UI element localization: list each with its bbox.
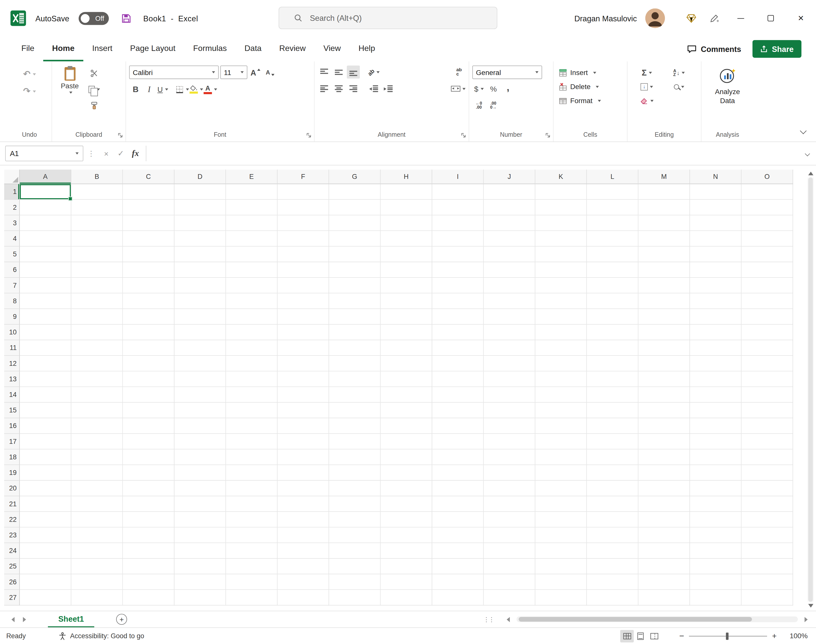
column-header-L[interactable]: L <box>587 170 638 184</box>
cell-J3[interactable] <box>484 215 535 231</box>
cell-N2[interactable] <box>690 200 741 215</box>
cell-H9[interactable] <box>381 309 432 325</box>
cell-J20[interactable] <box>484 481 535 496</box>
select-all-corner[interactable] <box>4 170 20 184</box>
cell-F3[interactable] <box>278 215 329 231</box>
cell-N7[interactable] <box>690 278 741 293</box>
cell-H8[interactable] <box>381 293 432 309</box>
cell-K15[interactable] <box>535 403 587 418</box>
cell-K2[interactable] <box>535 200 587 215</box>
cell-B15[interactable] <box>71 403 123 418</box>
cell-F19[interactable] <box>278 465 329 481</box>
cell-J4[interactable] <box>484 231 535 247</box>
cell-A20[interactable] <box>20 481 71 496</box>
cancel-button[interactable]: × <box>99 146 114 161</box>
minimize-button[interactable] <box>725 0 756 36</box>
cell-A26[interactable] <box>20 574 71 590</box>
middle-align-button[interactable] <box>332 66 345 78</box>
cell-N19[interactable] <box>690 465 741 481</box>
italic-button[interactable]: I <box>143 83 156 96</box>
sheet-tab-sheet1[interactable]: Sheet1 <box>48 611 94 627</box>
fill-color-button[interactable] <box>189 83 203 96</box>
cell-B12[interactable] <box>71 356 123 371</box>
cell-K27[interactable] <box>535 590 587 606</box>
tab-help[interactable]: Help <box>350 36 384 61</box>
column-header-G[interactable]: G <box>329 170 381 184</box>
cell-G23[interactable] <box>329 527 381 543</box>
cell-I14[interactable] <box>432 387 484 403</box>
cell-F5[interactable] <box>278 247 329 262</box>
cell-N20[interactable] <box>690 481 741 496</box>
cell-I1[interactable] <box>432 184 484 200</box>
cell-K13[interactable] <box>535 371 587 387</box>
share-button[interactable]: Share <box>753 40 801 58</box>
row-header-22[interactable]: 22 <box>4 512 20 527</box>
cell-D1[interactable] <box>174 184 226 200</box>
cell-M7[interactable] <box>639 278 690 293</box>
row-header-13[interactable]: 13 <box>4 371 20 387</box>
cell-I6[interactable] <box>432 262 484 278</box>
excel-logo-icon[interactable] <box>10 10 26 26</box>
cell-J13[interactable] <box>484 371 535 387</box>
cell-B9[interactable] <box>71 309 123 325</box>
cell-I11[interactable] <box>432 340 484 356</box>
top-align-button[interactable] <box>318 66 331 78</box>
column-header-N[interactable]: N <box>690 170 741 184</box>
cell-I10[interactable] <box>432 325 484 340</box>
cell-K22[interactable] <box>535 512 587 527</box>
cell-H23[interactable] <box>381 527 432 543</box>
format-cells-button[interactable]: Format <box>557 94 624 107</box>
zoom-slider[interactable] <box>689 632 767 640</box>
row-header-9[interactable]: 9 <box>4 309 20 325</box>
cell-G25[interactable] <box>329 559 381 574</box>
cell-J14[interactable] <box>484 387 535 403</box>
cell-O17[interactable] <box>741 434 793 449</box>
cell-B20[interactable] <box>71 481 123 496</box>
cell-F7[interactable] <box>278 278 329 293</box>
enter-button[interactable]: ✓ <box>114 146 128 161</box>
cell-N17[interactable] <box>690 434 741 449</box>
paste-button[interactable]: Paste <box>55 66 85 128</box>
row-header-5[interactable]: 5 <box>4 247 20 262</box>
cell-J26[interactable] <box>484 574 535 590</box>
clear-button[interactable] <box>630 94 663 107</box>
cell-J2[interactable] <box>484 200 535 215</box>
bold-button[interactable]: B <box>129 83 142 96</box>
cell-I7[interactable] <box>432 278 484 293</box>
tab-view[interactable]: View <box>315 36 350 61</box>
cell-F23[interactable] <box>278 527 329 543</box>
cell-F9[interactable] <box>278 309 329 325</box>
cell-C20[interactable] <box>123 481 174 496</box>
cell-F12[interactable] <box>278 356 329 371</box>
cell-L25[interactable] <box>587 559 638 574</box>
cell-O18[interactable] <box>741 449 793 465</box>
cell-O27[interactable] <box>741 590 793 606</box>
cell-E9[interactable] <box>226 309 277 325</box>
cell-I9[interactable] <box>432 309 484 325</box>
cell-B13[interactable] <box>71 371 123 387</box>
cell-K8[interactable] <box>535 293 587 309</box>
cell-O14[interactable] <box>741 387 793 403</box>
cell-N9[interactable] <box>690 309 741 325</box>
cell-K6[interactable] <box>535 262 587 278</box>
cell-N23[interactable] <box>690 527 741 543</box>
cell-N11[interactable] <box>690 340 741 356</box>
cell-A27[interactable] <box>20 590 71 606</box>
scroll-down-arrow[interactable] <box>808 604 813 608</box>
cell-M26[interactable] <box>639 574 690 590</box>
row-header-26[interactable]: 26 <box>4 574 20 590</box>
autosum-button[interactable]: Σ <box>630 66 663 79</box>
cell-H18[interactable] <box>381 449 432 465</box>
cell-B14[interactable] <box>71 387 123 403</box>
cell-G8[interactable] <box>329 293 381 309</box>
cell-O12[interactable] <box>741 356 793 371</box>
cell-N15[interactable] <box>690 403 741 418</box>
cell-D24[interactable] <box>174 543 226 559</box>
column-header-I[interactable]: I <box>432 170 484 184</box>
cell-D9[interactable] <box>174 309 226 325</box>
cell-L2[interactable] <box>587 200 638 215</box>
cell-L16[interactable] <box>587 418 638 434</box>
zoom-out-button[interactable]: − <box>676 631 687 641</box>
row-header-10[interactable]: 10 <box>4 325 20 340</box>
cell-C12[interactable] <box>123 356 174 371</box>
